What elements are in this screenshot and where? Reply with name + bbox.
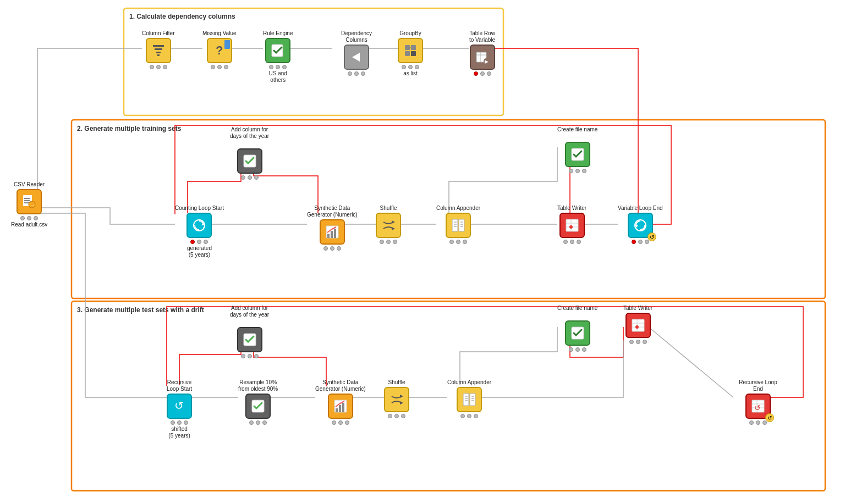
node-table-row-var-icon[interactable]: ▶: [470, 45, 495, 70]
node-rule-engine[interactable]: Rule Engine US andothers: [263, 30, 293, 84]
svg-rect-51: [336, 408, 338, 412]
node-dep-columns[interactable]: Dependency Columns: [332, 30, 381, 76]
node-recursive-loop-start[interactable]: RecursiveLoop Start ↺ shifted(5 years): [167, 379, 192, 439]
node-counting-loop-start-sublabel: generated(5 years): [187, 245, 212, 258]
node-col-appender-1-ports: [449, 240, 467, 244]
node-table-row-var-label: Table Rowto Variable: [469, 30, 495, 43]
node-groupby[interactable]: GroupBy as list: [398, 30, 423, 77]
node-synth-data-2-icon[interactable]: [328, 394, 353, 419]
node-missing-value[interactable]: Missing Value ?: [202, 30, 237, 69]
node-counting-loop-start-ports: [190, 240, 208, 244]
group2-label: 2. Generate multiple training sets: [77, 125, 182, 132]
node-add-col-days-2[interactable]: Add column fordays of the year: [230, 305, 269, 358]
node-rule-engine-icon[interactable]: [265, 38, 290, 63]
node-table-writer-2-label: Table Writer: [623, 305, 652, 312]
node-recursive-loop-start-ports: [171, 420, 188, 425]
node-csv-reader-sublabel: Read adult.csv: [11, 221, 47, 228]
node-resample-icon[interactable]: [245, 394, 271, 419]
node-col-filter-icon[interactable]: [146, 38, 171, 63]
node-recursive-loop-end[interactable]: Recursive Loop End ↺ ↺: [733, 379, 783, 425]
node-dep-columns-icon[interactable]: [344, 45, 369, 70]
svg-rect-8: [156, 52, 161, 53]
node-recursive-loop-end-icon[interactable]: ↺ ↺: [745, 394, 771, 419]
conn3-colappend-createfile: [460, 327, 557, 385]
node-col-filter-label: Column Filter: [142, 30, 174, 37]
node-counting-loop-start-label: Counting Loop Start: [175, 205, 224, 212]
node-missing-value-label: Missing Value: [202, 30, 237, 37]
conn3-tablewriter-recursive-end: [649, 327, 733, 397]
node-table-writer-2-icon[interactable]: [625, 313, 651, 338]
node-groupby-icon[interactable]: [398, 38, 423, 63]
node-add-col-days-1-icon[interactable]: [237, 148, 262, 174]
node-table-row-var[interactable]: Table Rowto Variable ▶: [469, 30, 495, 76]
node-create-file-2[interactable]: Create file name: [557, 305, 597, 352]
node-table-writer-1-label: Table Writer: [557, 205, 586, 212]
node-dep-columns-label: Dependency Columns: [332, 30, 381, 43]
node-var-loop-end-ports: [632, 240, 649, 244]
node-create-file-2-icon[interactable]: [565, 320, 590, 346]
node-var-loop-end[interactable]: Variable Loop End ↺: [618, 205, 663, 244]
node-groupby-sublabel: as list: [403, 70, 418, 77]
node-csv-reader[interactable]: CSV Reader → Read adult.csv: [11, 181, 47, 228]
svg-rect-26: [327, 234, 330, 238]
svg-rect-56: [463, 394, 469, 406]
svg-rect-7: [155, 48, 162, 50]
node-missing-value-icon[interactable]: ?: [207, 38, 232, 63]
node-dep-columns-ports: [348, 71, 365, 76]
svg-text:→: →: [30, 203, 35, 208]
group1-box: [124, 8, 503, 115]
node-recursive-loop-start-sublabel: shifted(5 years): [168, 426, 190, 439]
node-missing-value-ports: [211, 65, 228, 69]
node-col-appender-1-label: Column Appender: [436, 205, 480, 212]
node-col-appender-1[interactable]: Column Appender: [436, 205, 480, 244]
group3-label: 3. Generate multiple test sets with a dr…: [77, 306, 204, 314]
node-create-file-1[interactable]: Create file name: [557, 126, 597, 173]
node-table-writer-2-ports: [629, 340, 647, 344]
node-add-col-days-2-icon[interactable]: [237, 327, 262, 352]
node-groupby-ports: [402, 65, 419, 69]
node-recursive-loop-end-label: Recursive Loop End: [733, 379, 783, 392]
node-col-appender-2-icon[interactable]: [457, 387, 482, 412]
svg-rect-1: [24, 198, 30, 199]
node-table-writer-1-icon[interactable]: [559, 213, 585, 238]
node-shuffle-1-label: Shuffle: [380, 205, 397, 212]
node-table-writer-1-ports: [563, 240, 581, 244]
node-col-appender-1-icon[interactable]: [446, 213, 471, 238]
svg-rect-2: [24, 200, 30, 201]
node-synth-data-2[interactable]: Synthetic DataGenerator (Numeric): [315, 379, 366, 425]
svg-rect-9: [157, 54, 160, 56]
node-rule-engine-sublabel: US andothers: [269, 70, 287, 84]
node-add-col-days-1-label: Add column fordays of the year: [230, 126, 269, 140]
svg-rect-15: [411, 51, 416, 56]
svg-marker-11: [352, 53, 360, 62]
node-create-file-1-icon[interactable]: [565, 142, 590, 167]
node-resample[interactable]: Resample 10%from oldest 90%: [238, 379, 278, 425]
node-col-appender-2[interactable]: Column Appender: [447, 379, 491, 418]
node-shuffle-2-icon[interactable]: [384, 387, 409, 412]
node-csv-reader-icon[interactable]: →: [17, 189, 42, 214]
conn-csv-colfilter: [37, 48, 142, 202]
node-var-loop-end-label: Variable Loop End: [618, 205, 663, 212]
node-shuffle-1-icon[interactable]: [376, 213, 401, 238]
svg-rect-57: [470, 394, 475, 406]
node-add-col-days-1[interactable]: Add column fordays of the year: [230, 126, 269, 180]
node-var-loop-end-icon[interactable]: ↺: [628, 213, 653, 238]
node-table-writer-1[interactable]: Table Writer: [557, 205, 586, 244]
node-synth-data-1[interactable]: Synthetic DataGenerator (Numeric): [307, 205, 358, 251]
svg-rect-40: [566, 219, 578, 231]
node-synth-data-1-icon[interactable]: [320, 219, 345, 245]
conn-csv-recursive: [37, 213, 167, 397]
node-shuffle-1[interactable]: Shuffle: [376, 205, 401, 244]
svg-rect-65: [632, 319, 644, 331]
svg-marker-29: [392, 220, 395, 224]
node-counting-loop-start-icon[interactable]: [186, 213, 212, 238]
node-col-filter[interactable]: Column Filter: [142, 30, 174, 69]
node-shuffle-2[interactable]: Shuffle: [384, 379, 409, 418]
node-counting-loop-start[interactable]: Counting Loop Start generated(5 years): [175, 205, 224, 258]
node-table-writer-2[interactable]: Table Writer: [623, 305, 652, 344]
node-create-file-2-ports: [569, 347, 586, 352]
node-recursive-loop-start-icon[interactable]: ↺: [167, 394, 192, 419]
node-add-col-days-1-ports: [241, 175, 259, 180]
node-add-col-days-2-ports: [241, 354, 259, 358]
node-csv-reader-label: CSV Reader: [14, 181, 45, 188]
